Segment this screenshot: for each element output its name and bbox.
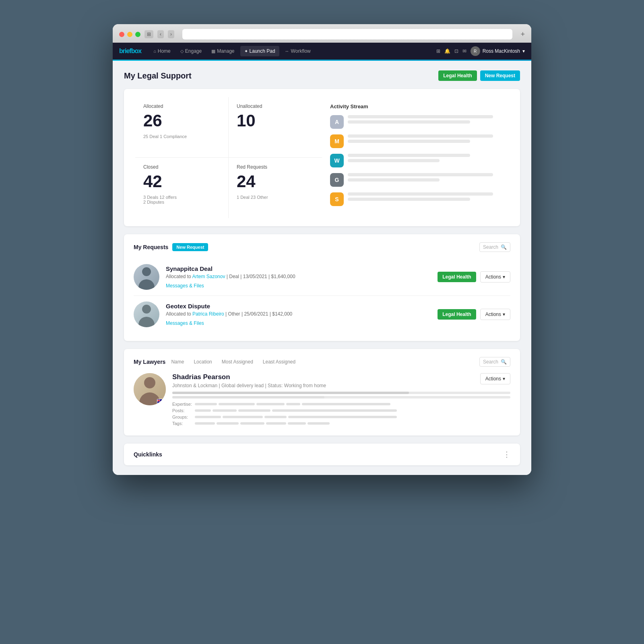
tags-bars	[195, 422, 330, 425]
nav-item-home[interactable]: ⌂ Home	[149, 46, 175, 56]
nav-item-label: Home	[158, 48, 171, 54]
groups-label: Groups:	[172, 415, 192, 419]
lawyer-expertise-row: Expertise:	[172, 402, 510, 407]
lawyer-posts-row: Posts:	[172, 408, 510, 413]
allocated-to-link-2[interactable]: Patrica Ribeiro	[192, 311, 224, 317]
activity-line	[348, 192, 493, 196]
lawyer-avatar-1	[134, 373, 166, 405]
lawyer-item-1: Shadrias Pearson Johnston & Lockman | Gl…	[134, 373, 510, 427]
nav-item-label: Launch Pad	[250, 48, 275, 54]
request-avatar-1	[134, 264, 159, 290]
allocated-to-link-1[interactable]: Artem Sazonov	[192, 274, 225, 279]
stat-allocated-label: Allocated	[143, 103, 220, 109]
activity-line	[348, 140, 470, 143]
home-icon: ⌂	[153, 49, 156, 54]
launchpad-icon: ✦	[244, 49, 248, 54]
skill-bar-fill-1	[172, 392, 409, 394]
legal-health-button[interactable]: Legal Health	[438, 70, 477, 81]
activity-lines-1	[348, 115, 501, 126]
new-tab-button[interactable]: +	[520, 30, 525, 39]
my-requests-new-button[interactable]: New Request	[172, 243, 208, 251]
lawyer-meta-1: Johnston & Lockman | Global delivery lea…	[172, 383, 326, 388]
stats-card: Allocated 26 25 Deal 1 Compliance Unallo…	[124, 89, 520, 226]
lawyers-title: My Lawyers	[134, 359, 165, 365]
stat-unallocated-number: 10	[237, 112, 314, 129]
maximize-button[interactable]	[135, 32, 140, 37]
lawyer-info-1: Shadrias Pearson Johnston & Lockman | Gl…	[172, 373, 510, 427]
legal-health-btn-1[interactable]: Legal Health	[438, 272, 476, 282]
lawyers-nav-location[interactable]: Location	[190, 357, 216, 366]
stat-closed: Closed 42 3 Deals 12 offers 2 Disputes	[135, 158, 229, 219]
nav-item-workflow[interactable]: ↔ Workflow	[281, 46, 315, 56]
stat-red-requests: Red Requests 24 1 Deal 23 Other	[229, 158, 322, 219]
groups-bars	[195, 416, 397, 418]
activity-lines-4	[348, 173, 501, 184]
manage-icon: ▦	[211, 49, 215, 54]
expertise-label: Expertise:	[172, 402, 192, 407]
traffic-lights	[119, 32, 140, 37]
lawyers-header: My Lawyers Name Location Most Assigned L…	[134, 357, 510, 367]
my-requests-header: My Requests New Request Search 🔍	[134, 242, 510, 252]
my-requests-card: My Requests New Request Search 🔍 Synappi…	[124, 234, 520, 341]
quicklinks-menu-icon[interactable]: ⋮	[503, 450, 510, 459]
sidebar-toggle[interactable]: ⊞	[144, 30, 153, 38]
new-request-button[interactable]: New Request	[480, 70, 520, 81]
activity-line	[348, 178, 440, 182]
close-button[interactable]	[119, 32, 124, 37]
lawyers-search[interactable]: Search 🔍	[479, 357, 510, 367]
nav-icon-3: ⊡	[454, 48, 458, 54]
stat-closed-label: Closed	[143, 164, 220, 170]
posts-label: Posts:	[172, 408, 192, 413]
lawyers-nav-name[interactable]: Name	[167, 357, 188, 366]
nav-icon-1: ⊞	[436, 48, 440, 54]
nav-icon-2: 🔔	[444, 48, 450, 54]
lawyers-nav-least-assigned[interactable]: Least Assigned	[259, 357, 299, 366]
activity-lines-5	[348, 192, 501, 203]
workflow-icon: ↔	[285, 49, 289, 54]
my-requests-search[interactable]: Search 🔍	[479, 242, 510, 252]
request-links-1: Messages & Files	[166, 282, 431, 289]
nav-logo: briefbox	[119, 47, 141, 55]
messages-files-link-2[interactable]: Messages & Files	[166, 320, 204, 326]
actions-btn-2[interactable]: Actions ▾	[480, 309, 510, 320]
lawyer-tags-row: Tags:	[172, 421, 510, 426]
nav-item-manage[interactable]: ▦ Manage	[207, 46, 238, 56]
lawyer-actions-btn[interactable]: Actions ▾	[480, 373, 510, 384]
legal-health-btn-2[interactable]: Legal Health	[438, 309, 476, 320]
activity-item-4: G	[330, 173, 501, 187]
request-item-2: Geotex Dispute Allocated to Patrica Ribe…	[134, 296, 510, 333]
nav-item-engage[interactable]: ◇ Engage	[176, 46, 206, 56]
messages-files-link-1[interactable]: Messages & Files	[166, 283, 204, 289]
request-links-2: Messages & Files	[166, 319, 431, 326]
stat-allocated-sub: 25 Deal 1 Compliance	[143, 134, 220, 139]
request-title-2: Geotex Dispute	[166, 303, 431, 310]
lawyers-nav-most-assigned[interactable]: Most Assigned	[218, 357, 257, 366]
my-requests-title: My Requests	[134, 244, 168, 250]
activity-avatar-g: G	[330, 173, 344, 187]
activity-line	[348, 134, 493, 138]
minimize-button[interactable]	[127, 32, 132, 37]
user-name: Ross MacKintosh	[483, 48, 520, 54]
stat-red-sub: 1 Deal 23 Other	[237, 195, 314, 200]
quicklinks-header: Quicklinks ⋮	[134, 450, 510, 459]
back-button[interactable]: ‹	[157, 30, 164, 38]
forward-button[interactable]: ›	[168, 30, 174, 38]
nav-right: ⊞ 🔔 ⊡ ✉ R Ross MacKintosh ▾	[436, 46, 525, 56]
request-avatar-2	[134, 301, 159, 327]
lawyers-search-placeholder: Search	[483, 359, 498, 365]
activity-line	[348, 154, 470, 157]
actions-btn-1[interactable]: Actions ▾	[480, 271, 510, 283]
nav-item-launchpad[interactable]: ✦ Launch Pad	[240, 46, 279, 56]
stat-closed-sub1: 3 Deals 12 offers	[143, 195, 220, 200]
activity-line	[348, 120, 470, 124]
activity-item-5: S	[330, 192, 501, 206]
logo-accent: box	[131, 47, 141, 54]
activity-line	[348, 198, 470, 201]
address-bar[interactable]	[182, 29, 512, 39]
stat-closed-number: 42	[143, 173, 220, 190]
skill-bars	[172, 392, 510, 398]
my-requests-title-group: My Requests New Request	[134, 243, 208, 251]
aus-flag	[157, 399, 165, 405]
nav-items: ⌂ Home ◇ Engage ▦ Manage ✦ Launch Pad ↔ …	[149, 46, 315, 56]
request-meta-1: Allocated to Artem Sazonov | Deal | 13/0…	[166, 274, 431, 279]
